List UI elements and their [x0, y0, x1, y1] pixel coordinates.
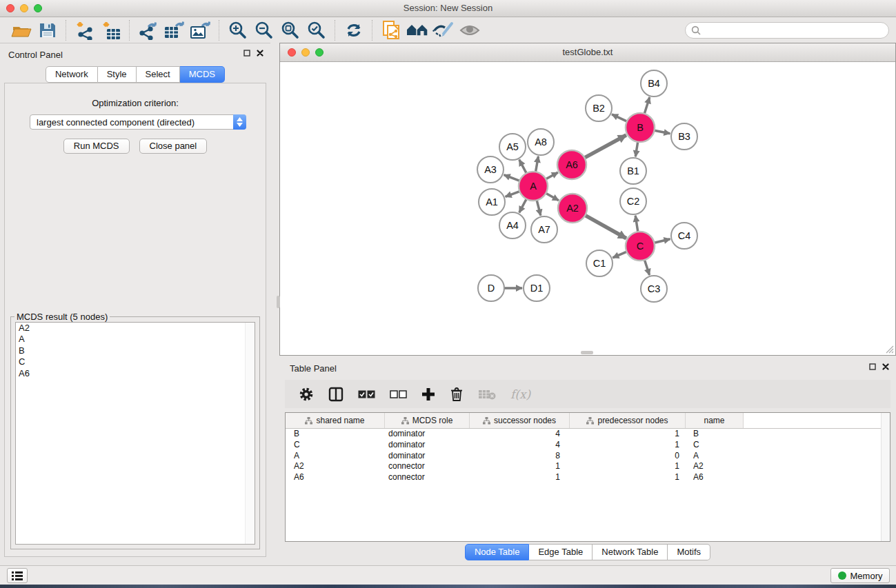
- graph-edge-A-A2[interactable]: [546, 193, 559, 200]
- scrollbar-track[interactable]: [245, 323, 255, 544]
- graph-node-A[interactable]: A: [519, 172, 548, 201]
- table-settings-button[interactable]: [299, 387, 314, 402]
- table-row[interactable]: Cdominator41C: [286, 440, 890, 451]
- splitter-handle-vertical[interactable]: [277, 296, 280, 308]
- graph-node-C[interactable]: C: [626, 232, 655, 261]
- table-cell[interactable]: A6: [286, 472, 385, 483]
- graph-edge-B-B3[interactable]: [655, 130, 670, 134]
- tab-node-table[interactable]: Node Table: [465, 544, 530, 560]
- mcds-result-item[interactable]: A: [16, 334, 255, 345]
- tab-network[interactable]: Network: [46, 66, 98, 83]
- graph-edge-C-C3[interactable]: [644, 260, 649, 275]
- table-cell[interactable]: dominator: [385, 451, 470, 462]
- select-all-columns-button[interactable]: [358, 390, 375, 398]
- network-canvas[interactable]: B4B2BB3A5A8A6B1A3AC2A1A2A4A7C4CC1C3DD1: [280, 61, 895, 355]
- table-cell[interactable]: 1: [570, 472, 686, 483]
- graph-node-B3[interactable]: B3: [671, 123, 697, 150]
- graph-edge-A-A7[interactable]: [537, 200, 541, 215]
- close-table-panel-icon[interactable]: [882, 363, 889, 370]
- open-session-button[interactable]: [8, 19, 34, 41]
- table-cell[interactable]: 1: [470, 472, 570, 483]
- zoom-in-button[interactable]: [225, 19, 251, 41]
- graph-node-A6[interactable]: A6: [557, 150, 586, 179]
- graph-node-A8[interactable]: A8: [528, 129, 554, 155]
- graph-edge-A2-C[interactable]: [585, 215, 626, 238]
- zoom-window-icon[interactable]: [34, 4, 42, 12]
- table-row[interactable]: A6connector11A6: [286, 472, 890, 483]
- mcds-result-item[interactable]: A2: [16, 323, 255, 334]
- graph-edge-C-C2[interactable]: [635, 216, 638, 232]
- export-table-button[interactable]: [161, 19, 188, 41]
- float-table-panel-icon[interactable]: [869, 363, 876, 370]
- table-cell[interactable]: 4: [470, 429, 570, 440]
- tab-motifs[interactable]: Motifs: [668, 544, 710, 560]
- run-mcds-button[interactable]: Run MCDS: [63, 139, 130, 154]
- column-header-name[interactable]: name: [686, 413, 744, 428]
- graph-node-B4[interactable]: B4: [641, 70, 667, 97]
- graph-edge-A-A4[interactable]: [519, 199, 526, 213]
- graph-node-C3[interactable]: C3: [641, 276, 667, 302]
- graph-edge-C-C4[interactable]: [654, 239, 670, 243]
- graph-edge-A-A6[interactable]: [546, 172, 558, 179]
- close-panel-button[interactable]: Close panel: [139, 139, 208, 154]
- tab-edge-table[interactable]: Edge Table: [529, 544, 593, 560]
- table-cell[interactable]: A2: [286, 461, 385, 472]
- resize-grip-icon[interactable]: [885, 345, 894, 354]
- mcds-result-item[interactable]: B: [16, 345, 255, 356]
- minimize-window-icon[interactable]: [20, 4, 28, 12]
- table-cell[interactable]: 4: [470, 440, 570, 451]
- graph-node-D[interactable]: D: [478, 275, 504, 301]
- import-table-button[interactable]: [98, 19, 124, 41]
- table-cell[interactable]: 0: [570, 451, 686, 462]
- tab-mcds[interactable]: MCDS: [180, 66, 225, 83]
- graph-edge-A-A5[interactable]: [519, 160, 526, 174]
- graph-node-A5[interactable]: A5: [499, 134, 526, 160]
- graph-edge-A-A8[interactable]: [536, 156, 539, 172]
- zoom-fit-button[interactable]: [277, 19, 303, 41]
- table-cell[interactable]: B: [686, 429, 744, 440]
- close-panel-icon[interactable]: [257, 50, 263, 57]
- table-cell[interactable]: B: [286, 429, 385, 440]
- table-cell[interactable]: C: [686, 440, 744, 451]
- table-cell[interactable]: connector: [385, 472, 470, 483]
- table-cell[interactable]: A6: [686, 472, 744, 483]
- mcds-result-item[interactable]: A6: [16, 368, 255, 379]
- task-history-button[interactable]: [7, 568, 28, 583]
- minimize-network-window-icon[interactable]: [301, 48, 310, 57]
- zoom-out-button[interactable]: [251, 19, 277, 41]
- save-session-button[interactable]: [34, 19, 61, 41]
- graph-edge-A-A3[interactable]: [504, 175, 520, 181]
- tab-select[interactable]: Select: [137, 66, 180, 83]
- show-all-networks-button[interactable]: [404, 19, 430, 41]
- table-cell[interactable]: 1: [470, 461, 570, 472]
- clone-network-button[interactable]: [378, 19, 404, 41]
- table-cell[interactable]: A: [686, 451, 744, 462]
- delete-table-button[interactable]: [478, 389, 496, 400]
- hide-selected-button[interactable]: [430, 19, 457, 41]
- table-row[interactable]: A2connector11A2: [286, 461, 890, 472]
- export-network-button[interactable]: [135, 19, 161, 41]
- graph-edge-B-B2[interactable]: [612, 114, 627, 121]
- float-panel-icon[interactable]: [243, 50, 250, 57]
- criterion-dropdown[interactable]: largest connected component (directed): [30, 114, 246, 130]
- show-selected-button[interactable]: [457, 19, 483, 41]
- graph-edge-C-C1[interactable]: [613, 252, 626, 258]
- graph-node-A4[interactable]: A4: [499, 212, 526, 239]
- table-cell[interactable]: connector: [385, 461, 470, 472]
- graph-node-A2[interactable]: A2: [558, 194, 587, 223]
- graph-node-A3[interactable]: A3: [477, 156, 504, 183]
- split-panel-button[interactable]: [328, 387, 344, 402]
- table-scrollbar-track[interactable]: [881, 413, 890, 541]
- memory-button[interactable]: Memory: [830, 568, 890, 583]
- deselect-all-columns-button[interactable]: [390, 390, 407, 398]
- column-header-MCDS-role[interactable]: MCDS role: [385, 413, 470, 428]
- export-image-button[interactable]: [188, 19, 214, 41]
- node-table[interactable]: shared nameMCDS rolesuccessor nodesprede…: [285, 412, 890, 542]
- graph-node-B[interactable]: B: [626, 113, 655, 142]
- graph-node-D1[interactable]: D1: [524, 275, 550, 301]
- add-column-button[interactable]: [421, 387, 435, 401]
- zoom-selected-button[interactable]: [303, 19, 330, 41]
- column-header-successor-nodes[interactable]: successor nodes: [470, 413, 570, 428]
- table-row[interactable]: Adominator80A: [286, 451, 890, 462]
- table-cell[interactable]: dominator: [385, 440, 470, 451]
